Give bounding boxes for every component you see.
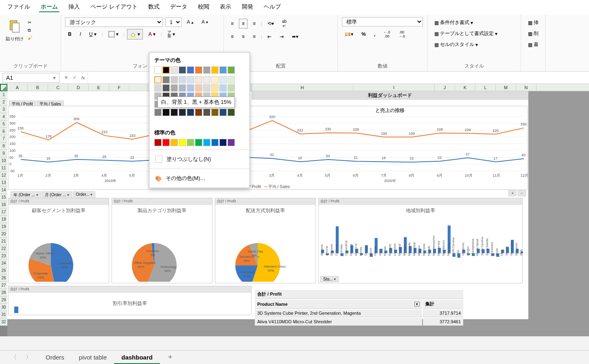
align-top-button[interactable]: ≡ [228,19,236,29]
increase-indent-button[interactable]: ⇥ [277,32,287,42]
percent-button[interactable]: % [359,29,369,39]
col-header-M[interactable]: M [496,84,516,91]
bold-button[interactable]: B [65,29,74,39]
color-swatch[interactable] [154,109,162,116]
table-row[interactable]: Ativa V4110MDD Micro-Cut Shredder3772.94… [255,318,463,326]
color-swatch[interactable] [195,66,202,74]
color-swatch[interactable] [195,84,202,92]
align-center-button[interactable]: ≡ [239,32,247,42]
col-header-E[interactable]: E [89,84,109,91]
color-swatch[interactable] [162,109,170,116]
font-family-select[interactable]: 游ゴシック [65,18,163,27]
row-header-22[interactable]: 22 [0,245,7,252]
color-swatch[interactable] [171,84,178,92]
color-swatch[interactable] [219,66,227,74]
sheet-tab-Orders[interactable]: Orders [38,351,72,363]
cell-styles-button[interactable]: ▦ セルのスタイル ▾ [431,39,517,50]
col-header-F[interactable]: F [109,84,129,91]
tab-nav-next[interactable]: 〉 [23,353,34,361]
row-header-16[interactable]: 16 [0,201,7,208]
no-fill-button[interactable]: 塗りつぶしなし(N) [154,153,245,165]
filter-icon[interactable]: ▾ [414,302,420,307]
pie-chart[interactable]: 合計 / Profit配送方式別利益率Standard Class55%Firs… [215,198,316,283]
pie-chart[interactable]: 合計 / Profit顧客セグメント別利益率Consumer47%Corpora… [8,198,109,283]
decrease-indent-button[interactable]: ⇤ [265,32,274,42]
color-swatch[interactable] [219,109,227,116]
row-header-6[interactable]: 6 [0,128,7,135]
row-header-24[interactable]: 24 [0,260,7,267]
row-header-11[interactable]: 11 [0,164,7,172]
align-bottom-button[interactable]: ≡ [250,19,258,29]
color-swatch[interactable] [187,76,194,83]
col-header-L[interactable]: L [475,84,496,91]
align-right-button[interactable]: ≡ [250,32,258,42]
color-swatch[interactable] [187,66,194,74]
menu-ページ レイアウト[interactable]: ページ レイアウト [89,2,139,12]
phonetic-button[interactable]: ア亜▾ [164,29,178,40]
color-swatch[interactable] [211,139,219,146]
row-header-26[interactable]: 26 [0,274,7,282]
more-colors-button[interactable]: 🎨 その他の色(M)… [154,172,245,184]
sheet-tab-pivot table[interactable]: pivot table [72,351,114,363]
color-swatch[interactable] [195,76,202,83]
color-swatch[interactable] [219,76,227,83]
italic-button[interactable]: I [77,29,84,39]
row-header-21[interactable]: 21 [0,238,7,245]
delete-cells-button[interactable]: ▦ 削 [525,28,541,39]
col-header-I[interactable]: I [353,84,435,91]
row-header-31[interactable]: 31 [0,311,7,318]
align-left-button[interactable]: ≡ [228,32,236,42]
color-swatch[interactable] [171,109,178,116]
color-swatch[interactable] [179,84,186,92]
format-cells-button[interactable]: ▦ 書 [525,39,541,50]
color-swatch[interactable] [154,76,162,83]
menu-校閲[interactable]: 校閲 [196,2,211,12]
color-swatch[interactable] [162,84,170,92]
row-header-7[interactable]: 7 [0,135,7,143]
menu-数式[interactable]: 数式 [147,2,161,12]
cut-icon[interactable]: ✂ [28,20,32,25]
col-header-K[interactable]: K [455,84,475,91]
color-swatch[interactable] [179,109,186,116]
row-header-25[interactable]: 25 [0,267,7,274]
color-swatch[interactable] [228,139,235,146]
row-header-12[interactable]: 12 [0,172,7,179]
paste-button[interactable]: 貼り付け [4,17,25,43]
color-swatch[interactable] [211,76,219,83]
col-header-N[interactable]: N [516,84,536,91]
chart-collapse-button[interactable]: − [518,190,526,196]
line-chart[interactable]: と売上の推移 -50050100150200250300350238178306… [8,106,528,190]
copy-icon[interactable]: ⧉ [28,28,32,33]
table-row[interactable]: 3D Systems Cube Printer, 2nd Generation,… [255,309,463,317]
increase-font-button[interactable]: A▴ [184,17,196,27]
row-header-19[interactable]: 19 [0,223,7,230]
menu-ファイル[interactable]: ファイル [6,2,32,12]
color-swatch[interactable] [187,109,194,116]
row-header-2[interactable]: 2 [0,99,7,106]
color-swatch[interactable] [187,139,194,146]
color-swatch[interactable] [211,109,219,116]
align-middle-button[interactable]: ≡ [239,19,247,29]
menu-表示[interactable]: 表示 [218,2,233,12]
row-header-18[interactable]: 18 [0,216,7,223]
row-header-5[interactable]: 5 [0,121,7,128]
row-header-8[interactable]: 8 [0,143,7,150]
decrease-decimal-button[interactable]: .00→.0 [396,28,408,40]
color-swatch[interactable] [203,84,210,92]
row-header-13[interactable]: 13 [0,179,7,186]
sheet-tab-dashboard[interactable]: dashboard [114,351,160,364]
sheet-content[interactable]: 利益ダッシュボード 平均 / Profit平均 / Sales と売上の推移 -… [7,91,589,336]
color-swatch[interactable] [162,66,170,74]
color-swatch[interactable] [203,66,210,74]
row-header-32[interactable]: 32 [0,318,7,326]
row-header-23[interactable]: 23 [0,252,7,260]
row-header-14[interactable]: 14 [0,186,7,194]
color-swatch[interactable] [171,139,178,146]
underline-button[interactable]: U▾ [86,29,99,39]
color-swatch[interactable] [228,66,235,74]
menu-ホーム[interactable]: ホーム [39,2,59,12]
color-swatch[interactable] [179,66,186,74]
menu-データ[interactable]: データ [169,2,189,12]
color-swatch[interactable] [171,76,178,83]
format-painter-icon[interactable]: 🖌 [28,35,32,40]
